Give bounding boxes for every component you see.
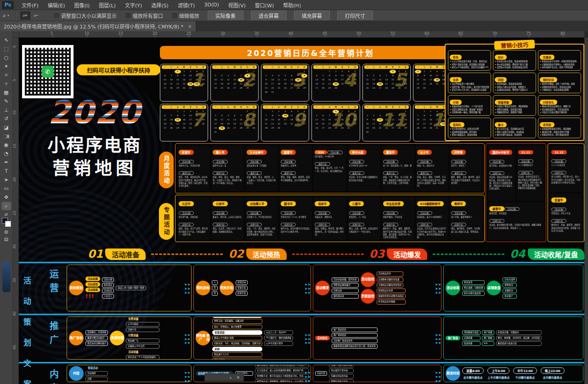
tick [495,35,495,37]
marquee-tool[interactable]: ⬚ [1,45,11,53]
day-cell: 29 [421,126,428,130]
weekday-label: 三 [227,66,229,68]
side-label-char: 划 [23,336,31,348]
zoom-in-button[interactable]: ⌕+ [20,11,30,20]
document-tab[interactable]: 2020小程序电商营销地图.jpg @ 12.5% (扫码可以获得小程序扶持, … [0,21,196,31]
crop-tool[interactable]: ⌗ [1,71,11,79]
option-button-2[interactable]: 填充屏幕 [294,11,330,21]
eyedropper-tool[interactable]: ✧ [1,79,11,88]
eraser-tool[interactable]: ◪ [1,123,11,132]
option-checkbox-2[interactable]: 细微缩放 [172,12,199,19]
weekday-label: 日 [304,66,305,68]
option-button-3[interactable]: 打印尺寸 [337,11,373,21]
day-cell: 7 [383,74,390,78]
zoom-tool[interactable]: ⌕ [1,202,11,210]
time-cell: 凌晨4:00全天曝光最低点 [462,367,484,379]
brush-tool[interactable]: ✎ [1,97,11,106]
day-cell: 29 [269,126,276,130]
collapse-button[interactable]: « [229,375,232,380]
screen-mode-icon[interactable]: ▤ [4,237,8,242]
weekday-label: 四 [183,106,185,108]
lasso-tool[interactable]: ○ [1,53,11,62]
flow-arrows: ➤➤➤➤➤➤ [305,283,311,295]
activity-title: 元宵节 [213,201,228,206]
menu-item-9[interactable]: 窗口(W) [251,0,278,10]
day-cell: 17 [212,122,219,126]
day-cell: 11 [219,118,225,122]
map-node: 流量情况 [503,288,517,293]
theme-label: （活动主题） [551,159,566,163]
photoshop-window: Ps 文件(F)编辑(E)图像(I)图层(L)文字(Y)选择(S)滤镜(T)3D… [0,0,588,384]
map-node: 其他手段 [236,291,248,296]
day-cell: 27 [162,126,168,130]
background-color[interactable] [5,221,11,227]
map-node: 热销商品打标签 [377,288,406,293]
day-cell: 22 [244,122,251,126]
map-pill: 活动策略 [85,288,100,292]
activity-card: 感恩节（活动主题）感恩回馈，好礼相送（适用行业）全品类，配合感恩回馈主题，可发放… [488,202,544,240]
weekday-label: 日 [405,106,407,108]
option-checkbox-0[interactable]: 调整窗口大小以满屏显示 [54,12,117,19]
map-node: 推广渠道优化 [332,328,378,332]
option-button-1[interactable]: 适合屏幕 [251,11,287,21]
tick [121,35,121,37]
menu-item-6[interactable]: 滤镜(T) [174,0,199,10]
activity-card: 国庆&中秋节（活动主题）双节同庆，欢度国庆&中秋（适用行业）全品类，国庆出游装备… [488,146,515,201]
zoom-tool-preset[interactable]: ⌕▾ [0,12,12,19]
menu-item-2[interactable]: 图像(I) [70,0,94,10]
swap-colors-icon[interactable]: ⇄ [5,212,8,217]
day-cell: 27 [301,122,308,126]
zoom-out-button[interactable]: ⌕− [31,11,41,20]
menu-item-8[interactable]: 视图(V) [224,0,250,10]
close-tab-icon[interactable]: × [188,24,192,29]
move-tool[interactable]: ⇖ [1,36,11,45]
dodge-tool[interactable]: ◔ [1,149,11,158]
healing-brush-tool[interactable]: ▦ [1,88,11,97]
history-brush-tool[interactable]: ↺ [1,114,11,123]
close-button[interactable]: ✕ [236,375,240,380]
day-cell: 29 [175,126,181,130]
day-cell: 24 [345,122,352,126]
menu-item-10[interactable]: 帮助(H) [279,0,305,10]
day-cell: 1 [326,70,333,73]
weekday-label: 三 [379,66,381,68]
day-cell: 26 [371,86,377,90]
color-swatches[interactable] [2,218,11,227]
menu-item-1[interactable]: 编辑(E) [44,0,69,10]
theme-label: （活动主题） [327,151,342,154]
day-cell: 29 [402,126,409,130]
blur-tool[interactable]: ◉ [1,141,11,149]
gradient-tool[interactable] [1,132,11,141]
theme-text: 遇见女神之美（写真集） [247,164,277,167]
day-cell: 11 [193,114,200,118]
day-cell: 24 [282,122,288,126]
type-tool[interactable]: T [1,167,11,175]
day-cell: 16 [250,78,257,82]
day-cell: 31 [402,86,409,90]
path-select-tool[interactable]: ➤ [1,175,11,184]
tip-title: 优惠券 [540,55,554,60]
map-pill: 老客获取 [212,330,262,335]
canvas[interactable]: ✆ 扫码可以获得小程序扶持 2020 小程序电商 营销地图 2020营销日历&全… [19,38,584,384]
menu-item-5[interactable]: 选择(S) [147,0,173,10]
option-checkbox-1[interactable]: 缩放所有窗口 [126,12,163,19]
map-node: 有趣又好玩的内容 [329,374,354,378]
hand-tool[interactable]: ✥ [1,193,11,202]
menu-item-4[interactable]: 文字(Y) [121,0,146,10]
quick-mask-icon[interactable]: ◍ [4,229,8,234]
pen-tool[interactable]: ✒ [1,158,11,167]
menu-item-3[interactable]: 图层(L) [95,0,120,10]
blank-day [263,110,269,113]
option-button-0[interactable]: 实际像素 [208,11,243,21]
clone-stamp-tool[interactable]: ⊥ [1,106,11,114]
day-cell: 9 [339,114,345,118]
magic-wand-tool[interactable]: ✶ [1,62,11,71]
day-cell: 30 [276,126,282,130]
tip-bullet: 与爆款结合，拉动关联商品销售 [540,89,579,92]
map-node: 从员工入手、每日KPI [264,330,293,335]
day-cell: 23 [364,126,371,130]
day-cell: 20 [232,122,238,126]
menu-item-0[interactable]: 文件(F) [17,0,43,10]
shape-tool[interactable]: ▭ [1,184,11,193]
menu-item-7[interactable]: 3D(D) [200,1,223,9]
